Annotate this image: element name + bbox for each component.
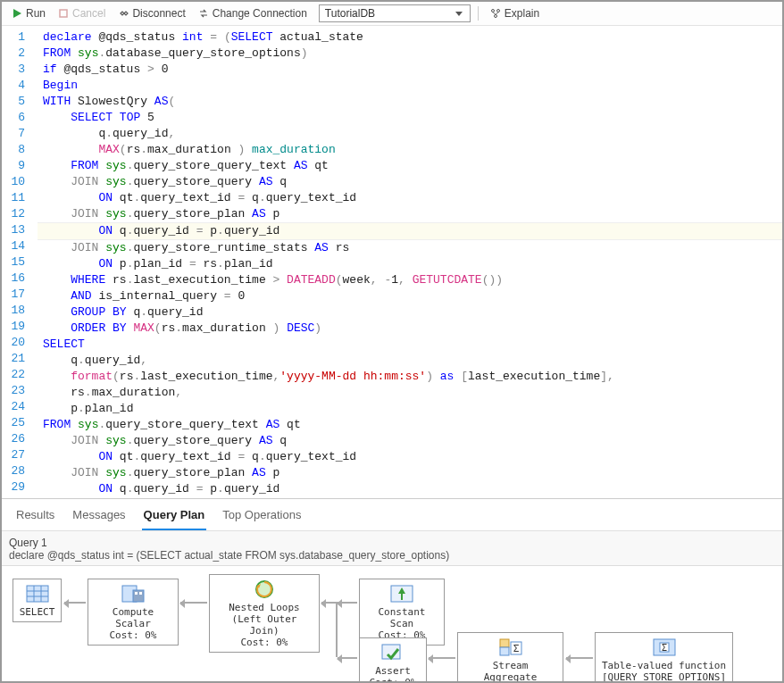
code-line[interactable]: Begin	[38, 78, 782, 94]
code-line[interactable]: ON q.query_id = p.query_id	[38, 222, 782, 240]
database-value: TutorialDB	[325, 7, 375, 20]
code-line[interactable]: format(rs.last_execution_time,'yyyy-MM-d…	[38, 369, 782, 385]
tab-results[interactable]: Results	[14, 504, 56, 530]
svg-marker-0	[13, 9, 21, 18]
code-line[interactable]: if @qds_status > 0	[38, 62, 782, 78]
change-connection-label: Change Connection	[213, 7, 307, 20]
stop-icon	[58, 8, 69, 19]
code-line[interactable]: FROM sys.database_query_store_options)	[38, 46, 782, 62]
code-editor[interactable]: 1234567891011121314151617181920212223242…	[2, 26, 782, 499]
chevron-down-icon	[454, 8, 464, 19]
plan-node-compute-scalar[interactable]: Compute Scalar Cost: 0%	[88, 579, 179, 646]
plan-header: Query 1 declare @qds_status int = (SELEC…	[2, 531, 782, 565]
play-icon	[12, 8, 22, 19]
code-line[interactable]: SELECT TOP 5	[38, 110, 782, 126]
tab-query-plan[interactable]: Query Plan	[142, 504, 207, 530]
result-tabs: Results Messages Query Plan Top Operatio…	[2, 499, 782, 531]
explain-icon	[490, 8, 501, 19]
plan-node-nested-loops[interactable]: Nested Loops (Left Outer Join) Cost: 0%	[209, 574, 320, 653]
plan-arrow	[336, 604, 338, 657]
run-label: Run	[26, 7, 46, 20]
svg-rect-20	[500, 639, 509, 647]
code-line[interactable]: ON qt.query_text_id = q.query_text_id	[38, 449, 782, 465]
plan-arrow	[180, 602, 207, 604]
cancel-label: Cancel	[72, 7, 105, 20]
change-connection-button[interactable]: Change Connection	[194, 5, 312, 21]
code-line[interactable]: ON p.plan_id = rs.plan_id	[38, 256, 782, 272]
grid-icon	[19, 583, 55, 604]
line-gutter: 1234567891011121314151617181920212223242…	[2, 26, 38, 498]
code-line[interactable]: MAX(rs.max_duration ) max_duration	[38, 142, 782, 158]
plan-arrow	[429, 657, 455, 659]
compute-icon	[94, 583, 172, 604]
separator	[478, 6, 479, 21]
code-line[interactable]: ON qt.query_text_id = q.query_text_id	[38, 190, 782, 206]
plan-node-tvf[interactable]: Σ Table-valued function [QUERY_STORE_OPT…	[595, 632, 733, 681]
disconnect-label: Disconnect	[132, 7, 185, 20]
explain-button[interactable]: Explain	[486, 5, 544, 21]
code-line[interactable]: ORDER BY MAX(rs.max_duration ) DESC)	[38, 321, 782, 337]
code-line[interactable]: WHERE rs.last_execution_time > DATEADD(w…	[38, 272, 782, 288]
code-line[interactable]: declare @qds_status int = (SELECT actual…	[38, 29, 782, 46]
disconnect-button[interactable]: Disconnect	[113, 5, 189, 21]
svg-text:Σ: Σ	[513, 643, 519, 654]
plan-title: Query 1	[9, 537, 775, 549]
plan-diagram[interactable]: SELECT Compute Scalar Cost: 0% Nested Lo…	[2, 565, 782, 681]
code-line[interactable]: AND is_internal_query = 0	[38, 288, 782, 304]
svg-point-5	[494, 15, 496, 18]
explain-label: Explain	[505, 7, 539, 20]
sigma-icon: Σ	[463, 637, 557, 658]
change-connection-icon	[198, 8, 209, 19]
code-line[interactable]: ON q.query_id = p.query_id	[38, 481, 782, 497]
svg-rect-1	[60, 10, 67, 17]
plan-arrow	[566, 657, 593, 659]
code-line[interactable]: JOIN sys.query_store_plan AS p	[38, 206, 782, 222]
code-line[interactable]: SELECT	[38, 337, 782, 353]
code-line[interactable]: JOIN sys.query_store_query AS q	[38, 433, 782, 449]
plan-arrow	[338, 657, 357, 659]
check-icon	[365, 642, 421, 663]
svg-rect-14	[139, 592, 142, 595]
plan-node-stream-aggregate[interactable]: Σ Stream Aggregate (Aggregate) Cost: 37%	[457, 632, 563, 681]
code-line[interactable]: GROUP BY q.query_id	[38, 304, 782, 321]
svg-point-3	[491, 10, 494, 12]
code-area[interactable]: declare @qds_status int = (SELECT actual…	[38, 26, 782, 498]
code-line[interactable]: JOIN sys.query_store_plan AS p	[38, 465, 782, 481]
database-selector[interactable]: TutorialDB	[319, 4, 471, 22]
arrow-down-icon	[365, 583, 438, 604]
svg-rect-13	[135, 592, 138, 595]
disconnect-icon	[118, 8, 129, 19]
code-line[interactable]: JOIN sys.query_store_query AS q	[38, 174, 782, 190]
toolbar: Run Cancel Disconnect Change Connection …	[2, 2, 782, 26]
svg-rect-6	[27, 586, 48, 602]
code-line[interactable]: FROM sys.query_store_query_text AS qt	[38, 417, 782, 433]
plan-node-select[interactable]: SELECT	[13, 579, 62, 622]
loop-icon	[215, 579, 313, 600]
svg-marker-2	[455, 12, 463, 16]
svg-point-4	[496, 10, 499, 12]
plan-arrow	[64, 602, 86, 604]
code-line[interactable]: q.query_id,	[38, 126, 782, 142]
code-line[interactable]: WITH SlowestQry AS(	[38, 94, 782, 110]
tvf-icon: Σ	[601, 637, 727, 658]
code-line[interactable]: FROM sys.query_store_query_text AS qt	[38, 158, 782, 174]
code-line[interactable]: JOIN sys.query_store_runtime_stats AS rs	[38, 240, 782, 256]
code-line[interactable]: p.plan_id	[38, 401, 782, 417]
svg-text:Σ: Σ	[661, 643, 666, 653]
plan-node-constant-scan[interactable]: Constant Scan Cost: 0%	[359, 579, 445, 646]
svg-rect-21	[500, 647, 509, 655]
svg-rect-12	[133, 590, 144, 602]
cancel-button: Cancel	[54, 5, 110, 21]
run-button[interactable]: Run	[7, 5, 50, 21]
code-line[interactable]: rs.max_duration,	[38, 385, 782, 401]
tab-top-operations[interactable]: Top Operations	[221, 504, 303, 530]
plan-node-assert[interactable]: Assert Cost: 0%	[359, 637, 427, 681]
code-line[interactable]: q.query_id,	[38, 353, 782, 369]
tab-messages[interactable]: Messages	[71, 504, 127, 530]
plan-sql: declare @qds_status int = (SELECT actual…	[9, 549, 775, 562]
